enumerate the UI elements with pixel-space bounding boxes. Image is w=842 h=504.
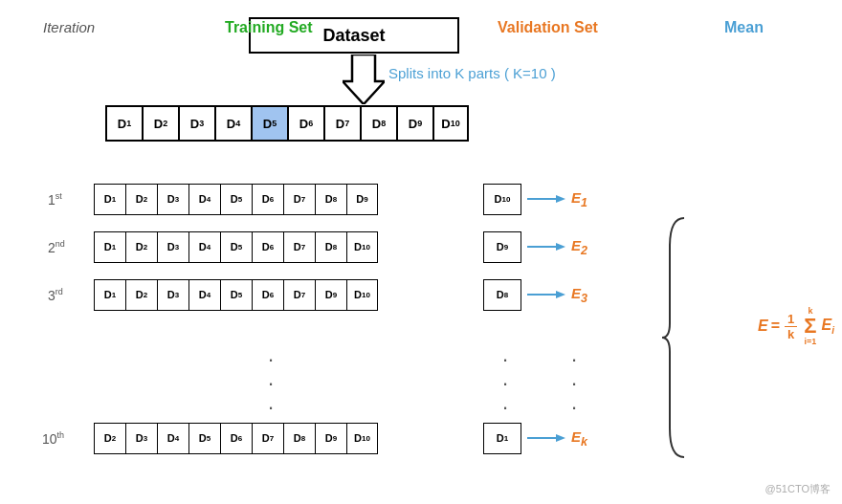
header-iteration: Iteration	[43, 19, 95, 35]
e-label-3: E3	[571, 285, 587, 305]
iter-label-2: 2nd	[48, 239, 65, 255]
e-label-k: Ek	[571, 428, 587, 449]
dataset-label: Dataset	[322, 26, 385, 46]
top-cell-d3: D3	[178, 105, 214, 142]
formula-E: E	[758, 318, 768, 335]
train-cells-3: D1D2D3D4D5D6D7D9D10	[94, 279, 378, 311]
val-cell-1: D10	[483, 184, 521, 215]
top-cell-d5: D5	[251, 105, 287, 142]
val-cell-10: D1	[483, 423, 521, 454]
svg-marker-8	[556, 434, 565, 442]
top-cell-d8: D8	[360, 105, 396, 142]
sigma-bottom: i=1	[805, 337, 817, 346]
svg-marker-6	[556, 291, 565, 298]
arrow-3	[527, 287, 565, 302]
train-cells-10: D2D3D4D5D6D7D8D9D10	[94, 423, 378, 454]
header-training: Training Set	[225, 19, 313, 36]
val-cell-3: D8	[483, 279, 521, 311]
sigma-container: k Σ i=1	[804, 306, 816, 346]
svg-marker-4	[556, 243, 565, 251]
fraction-num: 1	[785, 312, 797, 327]
top-data-row: D1 D2 D3 D4 D5 D6 D7 D8 D9 D10	[105, 105, 469, 142]
svg-marker-2	[556, 195, 565, 203]
arrow-10	[527, 430, 565, 446]
iter-label-10: 10th	[42, 430, 64, 447]
iter-label-3: 3rd	[48, 287, 63, 303]
formula-fraction: 1 k	[785, 312, 797, 341]
train-cells-2: D1D2D3D4D5D6D7D8D10	[94, 231, 378, 263]
top-cell-d1: D1	[105, 105, 142, 142]
splits-text: Splits into K parts ( K=10 )	[388, 65, 556, 82]
top-cell-d4: D4	[214, 105, 251, 142]
arrow-1	[527, 191, 565, 207]
e-label-1: E1	[571, 189, 587, 209]
header-mean: Mean	[724, 19, 764, 36]
curly-brace	[660, 208, 689, 471]
formula-Ei: Ei	[822, 317, 834, 336]
val-cell-2: D9	[483, 231, 521, 263]
svg-marker-0	[343, 55, 385, 104]
header-validation: Validation Set	[498, 19, 598, 36]
formula-equals: =	[771, 318, 780, 335]
train-cells-1: D1D2D3D4D5D6D7D8D9	[94, 184, 378, 215]
down-arrow	[343, 55, 385, 108]
formula: E = 1 k k Σ i=1 Ei	[758, 306, 834, 346]
arrow-2	[527, 239, 565, 254]
top-cell-d6: D6	[287, 105, 323, 142]
iter-label-1: 1st	[48, 191, 62, 208]
e-label-2: E2	[571, 237, 587, 257]
top-cell-d7: D7	[323, 105, 360, 142]
top-cell-d10: D10	[432, 105, 469, 142]
sigma-symbol: Σ	[804, 316, 816, 337]
fraction-den: k	[785, 327, 797, 341]
watermark: @51CTO博客	[765, 482, 831, 496]
top-cell-d9: D9	[396, 105, 432, 142]
top-cell-d2: D2	[142, 105, 178, 142]
diagram-container: Dataset Splits into K parts ( K=10 ) D1 …	[0, 0, 842, 504]
